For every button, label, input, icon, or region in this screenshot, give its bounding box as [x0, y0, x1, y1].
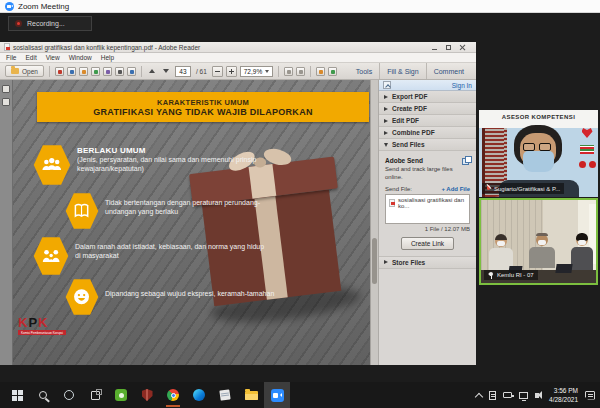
- logo-dot: [579, 161, 586, 168]
- section-edit-pdf[interactable]: Edit PDF: [379, 115, 476, 127]
- edit-icon[interactable]: [79, 67, 88, 76]
- stamp-icon[interactable]: [55, 67, 64, 76]
- section-store-files[interactable]: Store Files: [379, 257, 476, 269]
- scrollbar-thumb[interactable]: [372, 238, 377, 284]
- mail-button[interactable]: [212, 382, 238, 408]
- tray-usb-icon[interactable]: [503, 392, 512, 398]
- previous-page-button[interactable]: [147, 65, 158, 77]
- menu-help[interactable]: Help: [101, 54, 114, 61]
- cortana-button[interactable]: [56, 382, 82, 408]
- zoom-out-button[interactable]: [212, 66, 223, 77]
- menu-file[interactable]: File: [6, 54, 16, 61]
- chrome-button[interactable]: [160, 382, 186, 408]
- shield-icon: [142, 389, 153, 401]
- tray-speaker-icon[interactable]: [535, 393, 539, 398]
- participant-video-kemlu[interactable]: Kemlu RI - 07: [479, 198, 598, 285]
- menu-window[interactable]: Window: [69, 54, 92, 61]
- toolbar-separator: [310, 66, 311, 77]
- zoom-window-titlebar: Zoom Meeting: [0, 0, 600, 13]
- section-label: Store Files: [392, 259, 425, 266]
- slide-title-line1: KARAKTERISTIK UMUM: [157, 98, 249, 107]
- vertical-scrollbar[interactable]: [370, 80, 378, 365]
- sign-in-link[interactable]: Sign In: [452, 82, 472, 89]
- adobe-titlebar: sosialisasi gratifikasi dan konflik kepe…: [0, 42, 476, 53]
- recording-indicator[interactable]: Recording...: [8, 16, 92, 31]
- send-file-label: Send File:: [385, 186, 412, 192]
- taskbar-clock[interactable]: 3:56 PM 4/28/2021: [549, 386, 578, 404]
- sharing-app-button[interactable]: [108, 382, 134, 408]
- zoom-level-value: 72,9%: [244, 68, 262, 75]
- tray-document-icon[interactable]: [489, 391, 496, 400]
- highlight-icon[interactable]: [328, 67, 337, 76]
- scrolling-view-icon[interactable]: [296, 67, 305, 76]
- face-mask: [497, 241, 505, 246]
- page-thumbnails-icon[interactable]: [2, 85, 10, 93]
- participant-name: Sugiarto/Gratifikasi & P...: [494, 186, 560, 192]
- tray-network-icon[interactable]: [519, 392, 528, 399]
- minimize-button[interactable]: [431, 44, 438, 51]
- bookmarks-icon[interactable]: [2, 98, 10, 106]
- adobe-menubar: File Edit View Window Help: [0, 53, 476, 63]
- next-page-button[interactable]: [161, 65, 172, 77]
- close-button[interactable]: [459, 44, 466, 51]
- kpk-letter: K: [18, 315, 28, 330]
- section-combine-pdf[interactable]: Combine PDF: [379, 127, 476, 139]
- bullet-text: Dipandang sebagai wujud ekspresi, kerama…: [105, 290, 274, 297]
- menu-edit[interactable]: Edit: [25, 54, 36, 61]
- globe-icon[interactable]: [91, 67, 100, 76]
- file-explorer-button[interactable]: [238, 382, 264, 408]
- comment-bubble-icon[interactable]: [316, 67, 325, 76]
- section-send-files[interactable]: Send Files: [379, 139, 476, 151]
- zoom-in-button[interactable]: [226, 66, 237, 77]
- task-view-button[interactable]: [82, 382, 108, 408]
- adobe-send-label: Adobe Send: [385, 157, 423, 164]
- tab-fill-sign[interactable]: Fill & Sign: [379, 63, 426, 79]
- add-file-link[interactable]: + Add File: [441, 186, 470, 192]
- cloud-icon[interactable]: [67, 67, 76, 76]
- folder-icon: [245, 391, 258, 400]
- toolbar-separator: [49, 66, 50, 77]
- zoom-level-select[interactable]: 72,9%: [240, 66, 273, 77]
- laptop: [555, 264, 572, 273]
- participant-video-sugiarto[interactable]: ASESOR KOMPETENSI Sugiarto/Gratifikasi &…: [479, 110, 598, 197]
- clipboard-icon[interactable]: [103, 67, 112, 76]
- section-export-pdf[interactable]: Export PDF: [379, 91, 476, 103]
- document-title: sosialisasi gratifikasi dan konflik kepe…: [13, 44, 200, 51]
- section-label: Export PDF: [392, 93, 427, 100]
- adobe-reader-window: sosialisasi gratifikasi dan konflik kepe…: [0, 42, 476, 365]
- create-link-button[interactable]: Create Link: [401, 237, 454, 250]
- mail-icon: [219, 389, 230, 400]
- email-icon[interactable]: [127, 67, 136, 76]
- section-create-pdf[interactable]: Create PDF: [379, 103, 476, 115]
- tab-tools[interactable]: Tools: [349, 63, 379, 79]
- zoom-app-button[interactable]: [264, 382, 290, 408]
- menu-view[interactable]: View: [46, 54, 60, 61]
- room-person-left: [489, 235, 513, 270]
- tab-comment[interactable]: Comment: [426, 63, 471, 79]
- section-label: Combine PDF: [392, 129, 435, 136]
- search-button[interactable]: [30, 382, 56, 408]
- recording-dot-icon: [15, 20, 22, 27]
- send-files-body: Adobe Send Send and track large files on…: [379, 151, 476, 257]
- open-button[interactable]: Open: [5, 65, 44, 77]
- page-number-input[interactable]: 43: [175, 66, 191, 77]
- maximize-button[interactable]: [445, 44, 452, 51]
- action-center-icon[interactable]: [585, 391, 595, 400]
- bullet-text: Tidak bertentangan dengan peraturan peru…: [105, 199, 260, 215]
- tray-expand-icon[interactable]: [475, 392, 483, 400]
- participant-name-tag: Sugiarto/Gratifikasi & P...: [482, 183, 564, 194]
- face-mask: [523, 151, 554, 172]
- edge-button[interactable]: [186, 382, 212, 408]
- zoom-app-icon: [5, 2, 14, 11]
- start-button[interactable]: [4, 382, 30, 408]
- cortana-icon: [64, 390, 74, 400]
- panel-collapse-icon[interactable]: [383, 81, 391, 89]
- sign-in-row: Sign In: [379, 80, 476, 91]
- book-icon: [65, 192, 99, 230]
- attached-file-item[interactable]: sosialisasi gratifikasi dan ko...: [389, 197, 466, 209]
- antivirus-button[interactable]: [134, 382, 160, 408]
- group-icon: [33, 144, 71, 186]
- single-page-view-icon[interactable]: [284, 67, 293, 76]
- print-icon[interactable]: [115, 67, 124, 76]
- pdf-file-icon: [4, 43, 10, 51]
